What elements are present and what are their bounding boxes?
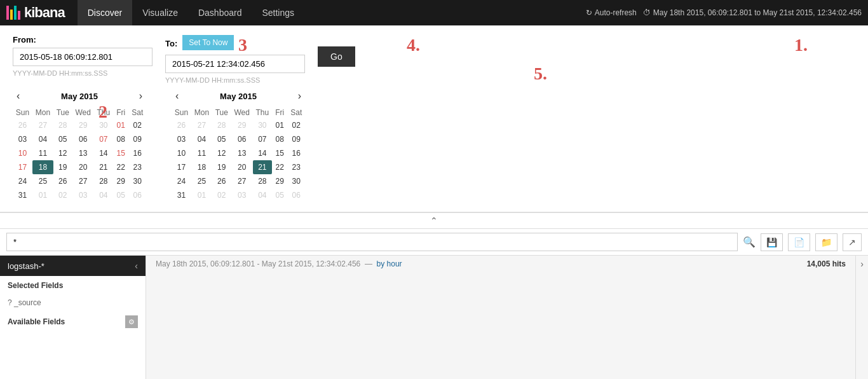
cal-day[interactable]: 21 [253,160,272,174]
cal-day[interactable]: 17 [13,160,32,174]
nav-settings[interactable]: Settings [252,0,304,25]
cal-day[interactable]: 21 [94,160,113,174]
cal-day[interactable]: 17 [172,160,191,174]
cal-day[interactable]: 15 [113,146,129,160]
cal-day[interactable]: 30 [129,174,146,188]
cal-day[interactable]: 19 [53,160,72,174]
load-search-button[interactable]: 📄 [788,233,810,251]
cal-day[interactable]: 22 [272,160,288,174]
cal-day[interactable]: 08 [113,132,129,146]
cal-day[interactable]: 04 [253,188,272,202]
cal-day[interactable]: 26 [212,174,231,188]
source-field[interactable]: ? _source [0,295,146,310]
search-button[interactable]: 🔍 [743,236,756,248]
cal-left-prev[interactable]: ‹ [13,90,24,102]
cal-day[interactable]: 30 [288,174,305,188]
cal-day[interactable]: 09 [288,132,305,146]
cal-day[interactable]: 25 [32,174,53,188]
cal-day[interactable]: 29 [113,174,129,188]
cal-day[interactable]: 05 [212,132,231,146]
new-search-button[interactable]: ↗ [843,233,862,251]
cal-day[interactable]: 23 [129,160,146,174]
save-search-button[interactable]: 💾 [761,233,783,251]
cal-day[interactable]: 22 [113,160,129,174]
cal-day[interactable]: 29 [72,118,94,132]
cal-day[interactable]: 02 [129,118,146,132]
cal-left-next[interactable]: › [135,90,146,102]
cal-day[interactable]: 26 [53,174,72,188]
cal-right-prev[interactable]: ‹ [172,90,182,102]
cal-day[interactable]: 15 [272,146,288,160]
cal-day[interactable]: 27 [32,118,53,132]
set-to-now-button[interactable]: Set To Now [182,35,234,50]
cal-day[interactable]: 06 [72,132,94,146]
cal-day[interactable]: 01 [32,188,53,202]
cal-day[interactable]: 23 [288,160,305,174]
cal-day[interactable]: 03 [172,132,191,146]
cal-day[interactable]: 11 [191,146,212,160]
cal-day[interactable]: 28 [94,174,113,188]
cal-day[interactable]: 10 [172,146,191,160]
cal-day[interactable]: 28 [253,174,272,188]
cal-day[interactable]: 18 [191,160,212,174]
cal-day[interactable]: 07 [94,132,113,146]
cal-day[interactable]: 03 [231,188,253,202]
cal-day[interactable]: 04 [32,132,53,146]
from-input[interactable] [13,48,153,66]
cal-right-next[interactable]: › [294,90,305,102]
nav-dashboard[interactable]: Dashboard [188,0,252,25]
cal-day[interactable]: 10 [13,146,32,160]
cal-day[interactable]: 20 [231,160,253,174]
cal-day[interactable]: 05 [272,188,288,202]
cal-day[interactable]: 27 [191,118,212,132]
cal-day[interactable]: 05 [53,132,72,146]
search-input[interactable] [6,233,738,251]
cal-day[interactable]: 01 [191,188,212,202]
cal-day[interactable]: 25 [191,174,212,188]
cal-day[interactable]: 16 [288,146,305,160]
cal-day[interactable]: 03 [72,188,94,202]
cal-day[interactable]: 01 [272,118,288,132]
to-input[interactable] [165,55,305,73]
cal-day[interactable]: 20 [72,160,94,174]
cal-day[interactable]: 30 [253,118,272,132]
cal-day[interactable]: 18 [32,160,53,174]
cal-day[interactable]: 07 [253,132,272,146]
cal-day[interactable]: 13 [231,146,253,160]
cal-day[interactable]: 02 [53,188,72,202]
share-search-button[interactable]: 📁 [815,233,837,251]
cal-day[interactable]: 04 [94,188,113,202]
cal-day[interactable]: 13 [72,146,94,160]
cal-day[interactable]: 30 [94,118,113,132]
cal-day[interactable]: 28 [212,118,231,132]
cal-day[interactable]: 11 [32,146,53,160]
nav-visualize[interactable]: Visualize [132,0,188,25]
cal-day[interactable]: 06 [231,132,253,146]
go-button[interactable]: Go [318,46,355,67]
cal-day[interactable]: 01 [113,118,129,132]
cal-day[interactable]: 06 [288,188,305,202]
cal-day[interactable]: 02 [288,118,305,132]
collapse-bar[interactable]: ⌃ [0,212,868,229]
cal-day[interactable]: 27 [231,174,253,188]
cal-day[interactable]: 12 [53,146,72,160]
nav-discover[interactable]: Discover [78,0,132,25]
cal-day[interactable]: 19 [212,160,231,174]
scroll-right-arrow[interactable]: › [860,259,864,269]
cal-day[interactable]: 28 [53,118,72,132]
cal-day[interactable]: 12 [212,146,231,160]
time-range-display[interactable]: ⏱ May 18th 2015, 06:09:12.801 to May 21s… [643,8,862,17]
cal-day[interactable]: 16 [129,146,146,160]
cal-day[interactable]: 05 [113,188,129,202]
cal-day[interactable]: 02 [212,188,231,202]
cal-day[interactable]: 06 [129,188,146,202]
cal-day[interactable]: 24 [172,174,191,188]
cal-day[interactable]: 26 [13,118,32,132]
cal-day[interactable]: 29 [272,174,288,188]
cal-day[interactable]: 09 [129,132,146,146]
cal-day[interactable]: 03 [13,132,32,146]
auto-refresh-button[interactable]: ↻ Auto-refresh [586,8,637,17]
fields-gear-button[interactable]: ⚙ [125,315,138,328]
cal-day[interactable]: 31 [13,188,32,202]
cal-day[interactable]: 27 [72,174,94,188]
